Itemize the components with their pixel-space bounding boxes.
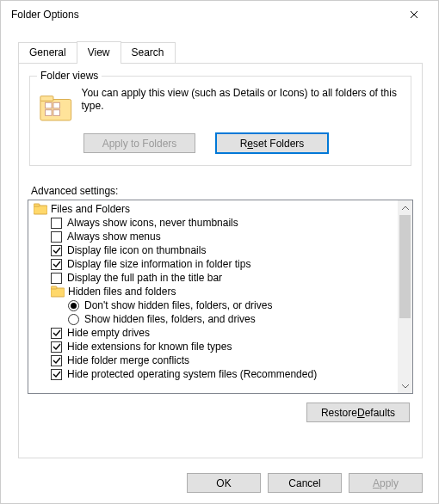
checkbox-icon — [51, 218, 62, 229]
tree-radio-dont-show-hidden[interactable]: Don't show hidden files, folders, or dri… — [30, 298, 398, 312]
svg-rect-9 — [51, 286, 57, 289]
cancel-button[interactable]: Cancel — [268, 473, 342, 493]
svg-rect-3 — [53, 102, 60, 108]
reset-folders-button[interactable]: Reset Folders — [216, 133, 328, 153]
folder-options-dialog: Folder Options General View Search Folde… — [0, 0, 439, 504]
checkbox-icon — [51, 273, 62, 284]
tree-item-hide-protected-os-files[interactable]: Hide protected operating system files (R… — [30, 367, 398, 381]
window-title: Folder Options — [11, 9, 397, 21]
tree-item-always-show-icons[interactable]: Always show icons, never thumbnails — [30, 216, 398, 230]
tree-item-always-show-menus[interactable]: Always show menus — [30, 230, 398, 243]
tabstrip: General View Search — [18, 40, 438, 63]
radio-icon — [68, 300, 79, 311]
folder-views-text: You can apply this view (such as Details… — [82, 87, 402, 113]
checkbox-icon — [51, 341, 62, 353]
tree-group-files-and-folders: Files and Folders — [30, 202, 398, 216]
scroll-up-button[interactable] — [398, 200, 412, 215]
checkbox-icon — [51, 259, 62, 270]
checkbox-icon — [51, 231, 62, 243]
checkbox-icon — [51, 245, 62, 256]
apply-to-folders-button: Apply to Folders — [83, 133, 195, 153]
tree-item-hide-extensions[interactable]: Hide extensions for known file types — [30, 340, 398, 353]
folder-icon — [34, 203, 47, 215]
folder-views-group: Folder views You can apply this view (su… — [29, 76, 411, 166]
ok-button[interactable]: OK — [187, 473, 261, 493]
scrollbar-track[interactable] — [398, 215, 412, 378]
tab-general[interactable]: General — [18, 42, 77, 63]
folder-views-legend: Folder views — [37, 70, 102, 82]
folder-views-icon — [39, 89, 73, 125]
checkbox-icon — [51, 369, 62, 380]
tree-item-hide-merge-conflicts[interactable]: Hide folder merge conflicts — [30, 353, 398, 367]
apply-button: Apply — [349, 473, 423, 493]
svg-rect-7 — [34, 204, 40, 206]
close-icon — [410, 10, 418, 19]
svg-rect-1 — [40, 96, 53, 101]
checkbox-icon — [51, 355, 62, 366]
svg-rect-5 — [53, 110, 60, 116]
tab-search[interactable]: Search — [121, 42, 176, 63]
advanced-settings-listbox[interactable]: Files and Folders Always show icons, nev… — [28, 200, 413, 394]
tree-radio-show-hidden[interactable]: Show hidden files, folders, and drives — [30, 312, 398, 326]
tab-panel-view: Folder views You can apply this view (su… — [18, 63, 423, 458]
svg-rect-2 — [46, 102, 53, 108]
tree-item-display-file-size[interactable]: Display file size information in folder … — [30, 257, 398, 271]
titlebar: Folder Options — [1, 1, 438, 28]
tree-item-hide-empty-drives[interactable]: Hide empty drives — [30, 326, 398, 340]
advanced-settings-tree: Files and Folders Always show icons, nev… — [28, 200, 398, 393]
tree-group-hidden-files: Hidden files and folders — [30, 285, 398, 298]
folder-icon — [51, 286, 65, 298]
dialog-buttons: OK Cancel Apply — [187, 473, 423, 493]
chevron-up-icon — [402, 206, 409, 211]
tree-item-display-full-path[interactable]: Display the full path in the title bar — [30, 271, 398, 285]
checkbox-icon — [51, 328, 62, 339]
scrollbar-vertical[interactable] — [398, 200, 412, 393]
scroll-down-button[interactable] — [398, 378, 412, 393]
radio-icon — [68, 314, 79, 325]
advanced-settings-label: Advanced settings: — [31, 185, 413, 197]
tree-item-display-file-icon[interactable]: Display file icon on thumbnails — [30, 243, 398, 257]
scrollbar-thumb[interactable] — [399, 215, 411, 318]
chevron-down-icon — [402, 384, 409, 389]
svg-rect-4 — [46, 110, 53, 116]
close-button[interactable] — [397, 3, 431, 27]
restore-defaults-button[interactable]: Restore Defaults — [306, 403, 410, 422]
tab-view[interactable]: View — [77, 41, 121, 64]
